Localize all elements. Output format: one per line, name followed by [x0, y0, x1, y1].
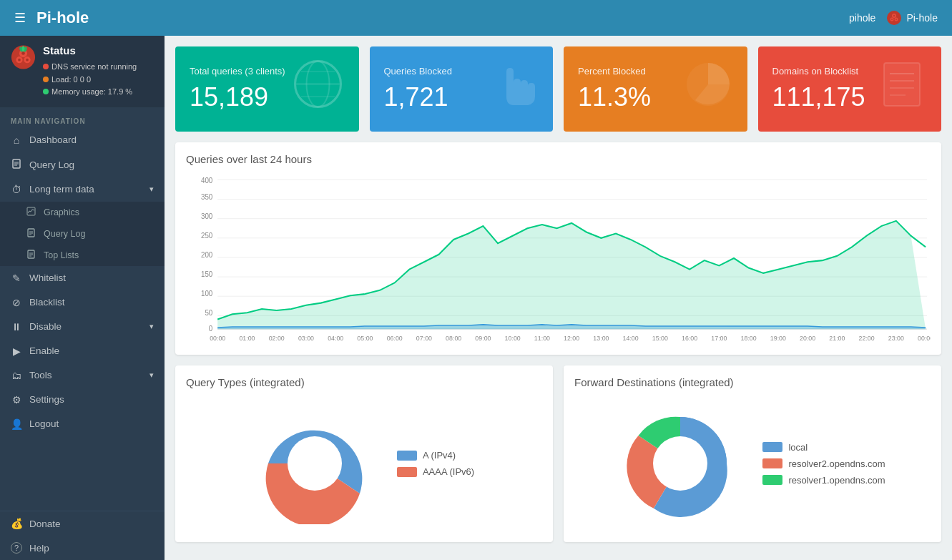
memory-dot — [43, 89, 49, 94]
graphics-icon — [25, 207, 36, 218]
chart-24h-area: 0 50 100 150 200 250 300 350 400 00:00 0… — [186, 172, 931, 344]
stat-card-percent: Percent Blocked 11.3% — [564, 46, 747, 132]
raspberry-icon — [886, 10, 902, 26]
enable-icon: ▶ — [11, 345, 22, 357]
svg-text:05:00: 05:00 — [357, 335, 373, 342]
svg-text:100: 100 — [201, 290, 213, 298]
sidebar-item-blacklist[interactable]: ⊘ Blacklist — [0, 290, 165, 315]
query-types-container: Query Types (integrated) — [175, 365, 553, 542]
legend-ipv4-color — [397, 451, 417, 461]
legend-ipv6-label: AAAA (IPv6) — [423, 466, 474, 477]
sidebar-item-tools[interactable]: 🗂 Tools ▾ — [0, 363, 165, 388]
svg-point-88 — [653, 436, 707, 491]
legend-resolver2: resolver2.opendns.com — [762, 458, 885, 469]
sidebar-item-longtermquerylog[interactable]: Query Log — [0, 223, 165, 245]
home-icon: ⌂ — [11, 134, 22, 146]
svg-text:03:00: 03:00 — [298, 335, 314, 342]
svg-text:0: 0 — [209, 325, 213, 333]
svg-text:17:00: 17:00 — [711, 335, 727, 342]
stat-card-percent-value: 11.3% — [578, 82, 651, 112]
nav-section-label: MAIN NAVIGATION — [0, 112, 165, 128]
sidebar-item-help-label: Help — [29, 543, 49, 554]
chart-icon — [26, 207, 36, 216]
sidebar-item-enable[interactable]: ▶ Enable — [0, 339, 165, 363]
blocklist-icon — [877, 59, 927, 119]
svg-text:200: 200 — [201, 251, 213, 259]
svg-text:08:00: 08:00 — [446, 335, 461, 342]
sidebar-item-disable-label: Disable — [29, 321, 62, 332]
globe-icon — [291, 57, 345, 121]
svg-text:400: 400 — [201, 176, 213, 184]
svg-point-12 — [18, 58, 21, 61]
sidebar-item-help[interactable]: ? Help — [0, 536, 165, 560]
legend-resolver1-color — [762, 475, 782, 485]
forward-dest-donut-area: local resolver2.opendns.com resolver1.op… — [574, 396, 931, 531]
stat-card-percent-label: Percent Blocked — [578, 66, 651, 77]
query-types-donut-area: A (IPv4) AAAA (IPv6) — [186, 396, 542, 531]
long-term-submenu: Graphics Query Log Top Lists — [0, 202, 165, 266]
sidebar-item-blacklist-label: Blacklist — [29, 297, 65, 308]
toplists-icon — [25, 250, 36, 261]
chart-24h-container: Queries over last 24 hours 0 50 1 — [175, 142, 941, 355]
svg-point-6 — [895, 19, 897, 20]
sidebar-item-logout[interactable]: 👤 Logout — [0, 412, 165, 436]
svg-point-5 — [891, 19, 893, 20]
svg-text:150: 150 — [201, 270, 213, 278]
main-content: Total queries (3 clients) 15,189 — [165, 36, 952, 560]
sidebar-item-tools-label: Tools — [29, 370, 52, 380]
sidebar-item-longtermdata[interactable]: ⏱ Long term data ▾ — [0, 177, 165, 202]
svg-text:18:00: 18:00 — [741, 335, 757, 342]
sidebar-item-toplists[interactable]: Top Lists — [0, 245, 165, 266]
legend-ipv4-label: A (IPv4) — [423, 450, 456, 461]
help-icon: ? — [11, 542, 22, 554]
globe-svg — [291, 57, 345, 111]
svg-rect-37 — [884, 63, 920, 106]
svg-text:11:00: 11:00 — [534, 335, 550, 342]
svg-text:15:00: 15:00 — [652, 335, 668, 342]
legend-resolver2-label: resolver2.opendns.com — [788, 458, 885, 469]
sidebar-item-disable[interactable]: ⏸ Disable ▾ — [0, 315, 165, 339]
svg-text:00:00: 00:00 — [210, 335, 225, 342]
legend-ipv6: AAAA (IPv6) — [397, 466, 474, 477]
svg-text:01:00: 01:00 — [239, 335, 255, 342]
svg-text:350: 350 — [201, 192, 213, 200]
svg-text:02:00: 02:00 — [269, 335, 285, 342]
sidebar-item-settings-label: Settings — [29, 394, 64, 405]
hamburger-menu[interactable]: ☰ — [14, 10, 26, 26]
logout-icon: 👤 — [11, 418, 22, 430]
sidebar-item-dashboard[interactable]: ⌂ Dashboard — [0, 128, 165, 152]
header-right: pihole Pi-hole — [849, 10, 938, 26]
sidebar-item-longtermdata-label: Long term data — [29, 184, 94, 195]
svg-point-11 — [21, 51, 25, 55]
sidebar-item-longtermquerylog-label: Query Log — [44, 229, 85, 239]
legend-ipv4: A (IPv4) — [397, 450, 474, 461]
svg-text:22:00: 22:00 — [859, 335, 875, 342]
svg-text:04:00: 04:00 — [328, 335, 343, 342]
sidebar-item-graphics[interactable]: Graphics — [0, 202, 165, 223]
clock-icon: ⏱ — [11, 184, 22, 195]
sidebar-item-settings[interactable]: ⚙ Settings — [0, 388, 165, 412]
svg-text:10:00: 10:00 — [505, 335, 521, 342]
tools-icon: 🗂 — [11, 370, 22, 381]
legend-ipv6-color — [397, 467, 417, 477]
svg-text:23:00: 23:00 — [888, 335, 904, 342]
sidebar: Status DNS service not running Load: 0 0… — [0, 36, 165, 560]
legend-local-color — [762, 442, 782, 452]
sidebar-item-donate[interactable]: 💰 Donate — [0, 511, 165, 536]
sidebar-item-querylog[interactable]: Query Log — [0, 152, 165, 177]
stat-card-blocklist: Domains on Blocklist 111,175 — [758, 46, 942, 132]
legend-resolver1-label: resolver1.opendns.com — [788, 475, 885, 486]
sidebar-spacer — [0, 436, 165, 511]
svg-text:06:00: 06:00 — [387, 335, 403, 342]
stat-card-blocklist-value: 111,175 — [772, 82, 865, 112]
svg-point-4 — [893, 15, 895, 16]
legend-resolver2-color — [762, 458, 782, 468]
svg-text:21:00: 21:00 — [829, 335, 845, 342]
stat-card-total-queries-label: Total queries (3 clients) — [190, 66, 285, 77]
status-title: Status — [43, 44, 137, 57]
sidebar-item-whitelist[interactable]: ✎ Whitelist — [0, 266, 165, 290]
forward-dest-legend: local resolver2.opendns.com resolver1.op… — [762, 442, 885, 486]
chevron-tools-icon: ▾ — [149, 370, 154, 380]
query-types-svg — [254, 403, 376, 524]
file-icon — [11, 159, 21, 169]
